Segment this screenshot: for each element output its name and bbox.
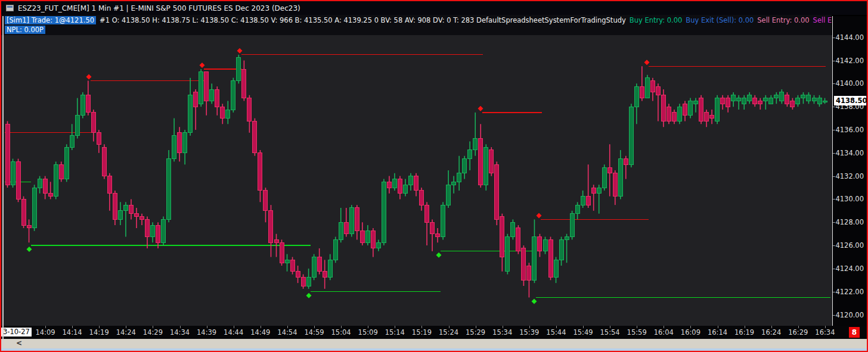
candle-body xyxy=(473,139,478,150)
candle-body xyxy=(511,222,515,236)
candle-body xyxy=(559,239,563,260)
candle-body xyxy=(355,208,359,231)
time-axis-label: 14:59 xyxy=(302,328,326,337)
candle-body xyxy=(70,136,74,147)
candle-body xyxy=(86,95,90,113)
candle-body xyxy=(640,86,644,98)
candle-body xyxy=(221,107,225,118)
candle-body xyxy=(371,231,375,248)
candle-body xyxy=(817,98,822,104)
title-bar: ESZ23_FUT_CME[M] 1 Min #1 | E-MINI S&P 5… xyxy=(1,1,867,15)
candle-body xyxy=(689,101,693,115)
candle-body xyxy=(328,260,332,277)
candle-body xyxy=(38,179,42,188)
sell-signal-diamond-icon xyxy=(478,106,483,111)
candle-body xyxy=(91,113,95,133)
candle-body xyxy=(226,110,230,119)
candle-body xyxy=(21,199,26,225)
candle-body xyxy=(167,159,171,220)
candle-body xyxy=(656,86,660,95)
candle-body xyxy=(403,185,407,194)
candle-body xyxy=(333,239,337,260)
time-axis-label: 16:09 xyxy=(678,328,702,337)
price-tick xyxy=(833,315,835,316)
time-axis-label: 16:14 xyxy=(706,328,730,337)
candle-body xyxy=(151,225,155,236)
time-axis-label: 14:44 xyxy=(222,328,246,337)
candle-body xyxy=(527,266,531,280)
candle-body xyxy=(156,225,160,242)
price-tick xyxy=(833,222,835,223)
candle-body xyxy=(769,98,773,104)
buy-signal-diamond-icon xyxy=(27,247,32,252)
candle-body xyxy=(678,107,682,121)
candle-body xyxy=(409,176,413,185)
time-axis-label: 16:29 xyxy=(786,328,810,337)
candle-body xyxy=(447,185,451,205)
price-axis-label: 4124.00 xyxy=(835,264,864,273)
sell-signal-diamond-icon xyxy=(200,63,205,68)
time-axis-label: 14:54 xyxy=(275,328,299,337)
candle-body xyxy=(452,182,456,185)
price-tick xyxy=(833,176,835,177)
candle-body xyxy=(344,222,348,233)
candle-body xyxy=(484,147,488,185)
time-axis[interactable]: 3-10-27 8 14:0914:1414:1914:2414:2914:34… xyxy=(1,326,867,339)
candle-body xyxy=(140,217,144,220)
candle-body xyxy=(823,101,827,102)
candle-body xyxy=(441,205,445,236)
candle-body xyxy=(199,72,203,104)
candle-body xyxy=(11,161,15,185)
price-axis-label: 4126.00 xyxy=(835,241,864,250)
sim-trade-chip: [Sim1] Trade: 1@4121.50 xyxy=(5,16,96,24)
last-price-tag: 4138.50 xyxy=(834,96,866,105)
time-axis-label: 15:19 xyxy=(410,328,433,337)
candle-body xyxy=(710,116,714,119)
candle-body xyxy=(387,182,391,188)
horizontal-scrollbar[interactable]: < xyxy=(1,339,867,348)
time-axis-label: 16:24 xyxy=(760,328,783,337)
price-tick xyxy=(833,61,835,61)
candle-body xyxy=(118,211,122,220)
time-axis-label: 14:14 xyxy=(60,328,84,337)
time-axis-label: 15:44 xyxy=(544,328,568,337)
candle-body xyxy=(102,147,106,176)
candle-body xyxy=(392,179,396,188)
candle-body xyxy=(661,95,665,122)
time-axis-label: 15:04 xyxy=(329,328,353,337)
candle-body xyxy=(645,78,649,98)
price-axis-label: 4130.00 xyxy=(835,195,864,203)
candle-body xyxy=(624,159,628,165)
candle-body xyxy=(575,205,579,214)
candle-body xyxy=(123,205,128,211)
candle-body xyxy=(258,153,262,191)
candle-body xyxy=(506,237,510,272)
info-line-1: [Sim1] Trade: 1@4121.50#1 O: 4138.50 H: … xyxy=(5,15,832,25)
time-axis-label: 15:59 xyxy=(625,328,649,337)
candle-body xyxy=(425,205,429,222)
candle-body xyxy=(468,150,472,159)
candle-body xyxy=(683,104,687,115)
trading-app-window: ESZ23_FUT_CME[M] 1 Min #1 | E-MINI S&P 5… xyxy=(0,0,868,352)
npl-chip: NPL: 0.00P xyxy=(5,26,45,34)
candle-body xyxy=(204,72,209,101)
candle-body xyxy=(764,98,768,101)
candle-body xyxy=(398,179,402,193)
candle-body xyxy=(726,98,730,107)
candle-body xyxy=(694,101,698,104)
candle-body xyxy=(32,188,36,228)
candle-body xyxy=(591,188,596,194)
candle-body xyxy=(457,173,461,182)
time-axis-label: 14:19 xyxy=(87,328,111,337)
candle-body xyxy=(607,167,612,173)
candle-body xyxy=(742,98,746,104)
scroll-left-icon[interactable]: < xyxy=(14,339,24,348)
time-axis-label: 16:34 xyxy=(813,328,837,337)
candlestick-chart[interactable] xyxy=(1,35,832,326)
candle-body xyxy=(613,173,617,197)
chart-region[interactable] xyxy=(1,35,832,326)
buy-signal-diamond-icon xyxy=(532,298,537,304)
candle-body xyxy=(296,272,300,278)
price-axis[interactable]: 4144.004142.004140.004138.004136.004134.… xyxy=(832,16,867,339)
candle-body xyxy=(48,194,52,197)
